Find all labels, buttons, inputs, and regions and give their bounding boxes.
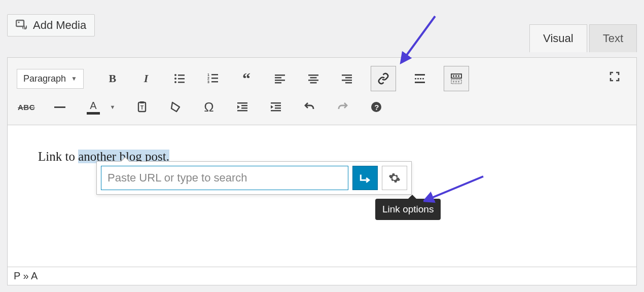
svg-rect-31	[415, 82, 425, 83]
read-more-button[interactable]	[410, 69, 430, 88]
svg-rect-38	[455, 81, 457, 83]
svg-rect-39	[458, 81, 459, 83]
format-select[interactable]: Paragraph ▼	[17, 69, 84, 89]
svg-rect-17	[275, 82, 281, 84]
svg-rect-29	[420, 78, 421, 80]
svg-rect-49	[275, 107, 281, 109]
svg-rect-35	[458, 76, 459, 77]
paste-text-button[interactable]: T	[132, 97, 152, 117]
tab-text[interactable]: Text	[589, 24, 637, 52]
link-insert-popup	[96, 161, 412, 195]
text-color-dropdown[interactable]: ▼	[107, 97, 118, 117]
footer-element-path: P » A	[7, 267, 637, 285]
align-left-button[interactable]	[270, 69, 290, 88]
svg-rect-0	[16, 20, 24, 26]
svg-rect-47	[271, 102, 281, 104]
svg-point-4	[174, 78, 176, 80]
link-options-tooltip: Link options	[375, 199, 441, 220]
svg-rect-15	[275, 77, 281, 79]
editor-mode-tabs: Visual Text	[529, 24, 637, 52]
fullscreen-button[interactable]	[605, 67, 624, 86]
media-icon	[16, 19, 28, 31]
bullet-list-button[interactable]	[170, 69, 189, 88]
editor-toolbar: Paragraph ▼ B I 123 “	[7, 57, 637, 125]
svg-rect-37	[453, 81, 454, 83]
align-right-button[interactable]	[337, 69, 356, 88]
clear-formatting-button[interactable]	[166, 97, 185, 117]
insert-link-button[interactable]	[371, 66, 396, 91]
text-before: Link to	[38, 150, 78, 163]
text-color-button[interactable]: A	[84, 97, 103, 117]
svg-rect-3	[178, 75, 185, 76]
svg-point-6	[174, 81, 176, 83]
svg-rect-13	[211, 81, 218, 83]
indent-button[interactable]	[266, 97, 285, 117]
svg-point-2	[174, 74, 176, 76]
svg-rect-30	[422, 78, 424, 80]
svg-rect-46	[237, 110, 247, 112]
svg-rect-21	[310, 82, 316, 84]
svg-text:T: T	[140, 105, 144, 111]
svg-text:3: 3	[207, 80, 209, 84]
svg-text:2: 2	[207, 77, 209, 80]
svg-text:1: 1	[207, 73, 209, 77]
apply-link-button[interactable]	[352, 166, 378, 190]
italic-button[interactable]: I	[136, 69, 156, 88]
svg-rect-43	[237, 102, 247, 104]
editor-content-area[interactable]: Link to another blog post. Link options	[7, 125, 637, 267]
svg-rect-45	[241, 107, 247, 109]
svg-rect-19	[310, 77, 316, 79]
undo-button[interactable]	[300, 97, 319, 117]
link-options-button[interactable]	[382, 166, 407, 190]
svg-rect-48	[275, 105, 281, 106]
svg-rect-28	[417, 78, 419, 80]
svg-rect-41	[140, 101, 144, 103]
format-label: Paragraph	[23, 74, 66, 84]
svg-rect-27	[415, 78, 416, 80]
svg-rect-18	[308, 75, 318, 76]
outdent-button[interactable]	[233, 97, 252, 117]
numbered-list-button[interactable]: 123	[203, 69, 223, 88]
strikethrough-button[interactable]: ABC	[17, 97, 36, 117]
help-button[interactable]: ?	[367, 97, 386, 117]
svg-rect-23	[345, 77, 352, 79]
link-url-input[interactable]	[101, 166, 348, 190]
svg-point-1	[18, 21, 19, 23]
blockquote-button[interactable]: “	[237, 69, 256, 88]
add-media-label: Add Media	[33, 19, 86, 32]
svg-rect-11	[211, 78, 218, 79]
svg-rect-16	[275, 80, 285, 81]
svg-rect-34	[455, 76, 457, 77]
tab-visual[interactable]: Visual	[529, 24, 587, 52]
horizontal-rule-button[interactable]	[50, 97, 69, 117]
svg-rect-24	[342, 80, 352, 81]
svg-rect-25	[345, 82, 352, 84]
svg-rect-20	[308, 80, 318, 81]
svg-rect-44	[241, 105, 247, 106]
svg-rect-22	[342, 75, 352, 76]
svg-rect-14	[275, 75, 285, 76]
align-center-button[interactable]	[304, 69, 323, 88]
bold-button[interactable]: B	[103, 69, 122, 88]
special-character-button[interactable]: Ω	[199, 97, 219, 117]
toolbar-toggle-button[interactable]	[444, 66, 469, 91]
svg-rect-9	[211, 74, 218, 76]
svg-rect-33	[453, 76, 454, 77]
svg-rect-26	[415, 74, 425, 76]
caret-down-icon: ▼	[71, 75, 77, 82]
svg-text:?: ?	[374, 103, 379, 112]
add-media-button[interactable]: Add Media	[7, 14, 95, 36]
redo-button[interactable]	[333, 97, 352, 117]
svg-rect-50	[271, 110, 281, 112]
svg-rect-7	[178, 82, 185, 83]
svg-rect-5	[178, 78, 185, 80]
